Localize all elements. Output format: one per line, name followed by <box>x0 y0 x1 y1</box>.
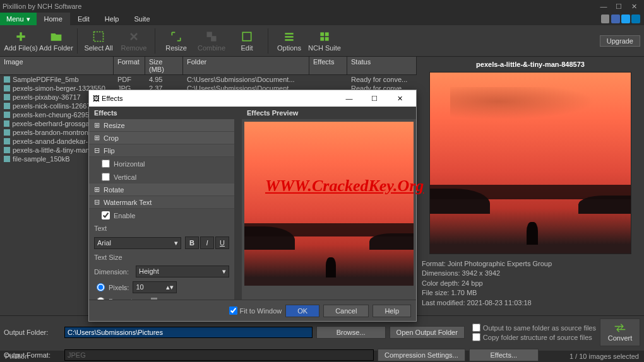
collapse-icon: ⊟ <box>94 146 100 155</box>
fit-to-window-check[interactable]: Fit to Window <box>229 307 282 315</box>
remove-button[interactable]: Remove <box>117 27 151 55</box>
svg-rect-7 <box>320 32 324 36</box>
svg-rect-4 <box>285 33 293 35</box>
convert-button[interactable]: Convert <box>600 318 640 346</box>
pixels-radio[interactable] <box>97 283 105 291</box>
dialog-close-button[interactable]: ✕ <box>387 90 412 107</box>
toolbar: Add File(s) Add Folder Select All Remove… <box>0 25 644 57</box>
options-button[interactable]: Options <box>272 27 306 55</box>
minimize-button[interactable]: — <box>596 3 611 10</box>
effects-preview-image <box>244 122 414 286</box>
file-icon <box>4 120 9 127</box>
compression-settings-button[interactable]: Compression Settings... <box>378 349 465 361</box>
svg-rect-2 <box>211 36 216 41</box>
output-same-folder-check[interactable]: Output to same folder as source files <box>472 324 596 332</box>
chevron-down-icon: ▾ <box>174 239 178 247</box>
add-folder-button[interactable]: Add Folder <box>39 27 73 55</box>
chevron-down-icon: ▾ <box>222 267 226 276</box>
add-files-button[interactable]: Add File(s) <box>4 27 38 55</box>
flip-horizontal-check[interactable]: Horizontal <box>89 157 234 170</box>
file-icon <box>4 138 10 144</box>
collapse-icon: ⊟ <box>94 198 100 206</box>
expand-icon: ⊞ <box>94 134 100 142</box>
maximize-button[interactable]: ☐ <box>611 3 626 11</box>
tab-suite[interactable]: Suite <box>126 13 157 25</box>
font-select[interactable]: Arial▾ <box>94 237 181 249</box>
svg-rect-10 <box>325 37 329 40</box>
col-size[interactable]: Size (MB) <box>145 57 183 74</box>
preview-image <box>429 72 631 254</box>
col-status[interactable]: Status <box>347 57 417 74</box>
thumbs-up-icon[interactable] <box>601 15 610 23</box>
preview-metadata: Format: Joint Photographic Experts Group… <box>419 254 554 313</box>
copy-folder-structure-check[interactable]: Copy folder structure of source files <box>472 333 596 341</box>
facebook-icon[interactable] <box>611 15 620 23</box>
file-icon <box>4 147 10 153</box>
flip-vertical-check[interactable]: Vertical <box>89 170 234 184</box>
dialog-maximize-button[interactable]: ☐ <box>362 90 387 107</box>
svg-rect-6 <box>285 39 293 40</box>
help-button[interactable]: Help <box>373 305 411 317</box>
close-button[interactable]: ✕ <box>626 3 641 11</box>
ok-button[interactable]: OK <box>285 305 319 317</box>
dialog-title: Effects <box>102 95 337 102</box>
col-image[interactable]: Image <box>0 57 114 74</box>
preview-panel-header: Effects Preview <box>242 107 416 119</box>
dialog-minimize-button[interactable]: — <box>337 90 362 107</box>
file-icon <box>4 103 10 109</box>
file-icon <box>4 85 10 91</box>
output-folder-input[interactable]: C:\Users\Submissions\Pictures <box>64 327 313 338</box>
upgrade-button[interactable]: Upgrade <box>600 35 640 47</box>
tab-edit[interactable]: Edit <box>70 13 97 25</box>
tab-help[interactable]: Help <box>97 13 127 25</box>
svg-rect-0 <box>94 32 104 41</box>
pixels-spinner[interactable]: 10▴▾ <box>133 281 177 293</box>
menubar: Menu▾ Home Edit Help Suite <box>0 13 644 25</box>
nch-suite-button[interactable]: NCH Suite <box>307 27 342 55</box>
effects-panel-header: Effects <box>89 107 234 119</box>
file-icon <box>4 156 10 162</box>
output-format-select[interactable]: JPEG <box>64 349 374 361</box>
section-watermark[interactable]: ⊟Watermark Text <box>89 196 234 209</box>
section-resize[interactable]: ⊞Resize <box>89 119 234 132</box>
watermark-enable-check[interactable]: Enable <box>89 209 234 222</box>
browse-button[interactable]: Browse... <box>316 326 386 339</box>
select-all-button[interactable]: Select All <box>81 27 116 55</box>
textsize-label: Text Size <box>89 251 234 264</box>
col-effects[interactable]: Effects <box>309 57 347 74</box>
twitter-icon[interactable] <box>621 15 630 23</box>
bold-button[interactable]: B <box>185 236 199 249</box>
selection-count: 1 / 10 images selected <box>569 353 639 360</box>
combine-button[interactable]: Combine <box>194 27 229 55</box>
edit-button[interactable]: Edit <box>230 27 264 55</box>
italic-button[interactable]: I <box>200 236 214 249</box>
resize-button[interactable]: Resize <box>159 27 193 55</box>
section-rotate[interactable]: ⊞Rotate <box>89 184 234 196</box>
section-flip[interactable]: ⊟Flip <box>89 144 234 157</box>
effects-button[interactable]: Effects... <box>469 349 539 361</box>
svg-rect-8 <box>325 32 329 36</box>
effects-dialog: 🖼 Effects — ☐ ✕ Effects ⊞Resize ⊞Crop ⊟F… <box>88 90 417 322</box>
section-crop[interactable]: ⊞Crop <box>89 132 234 144</box>
text-label: Text <box>89 222 234 235</box>
expand-icon: ⊞ <box>94 185 100 194</box>
table-row[interactable]: SamplePDFFile_5mbPDF4.95C:\Users\Submiss… <box>0 75 417 84</box>
col-folder[interactable]: Folder <box>183 57 309 74</box>
app-name: Pixillion <box>5 353 28 360</box>
dimension-select[interactable]: Height▾ <box>136 266 229 277</box>
scrollbar[interactable] <box>234 107 242 300</box>
svg-rect-5 <box>285 36 293 38</box>
menu-button[interactable]: Menu▾ <box>0 13 37 25</box>
svg-rect-9 <box>320 37 324 40</box>
file-icon <box>4 112 10 118</box>
tab-home[interactable]: Home <box>37 13 70 25</box>
preview-panel: pexels-a-little-&-tiny-man-848573 Format… <box>417 57 644 315</box>
cancel-button[interactable]: Cancel <box>323 305 369 317</box>
underline-button[interactable]: U <box>215 236 229 249</box>
linkedin-icon[interactable] <box>631 15 640 23</box>
open-output-folder-button[interactable]: Open Output Folder <box>390 326 465 339</box>
file-icon <box>4 129 10 136</box>
file-icon <box>4 76 10 83</box>
col-format[interactable]: Format <box>114 57 145 74</box>
window-title: Pixillion by NCH Software <box>3 3 596 10</box>
